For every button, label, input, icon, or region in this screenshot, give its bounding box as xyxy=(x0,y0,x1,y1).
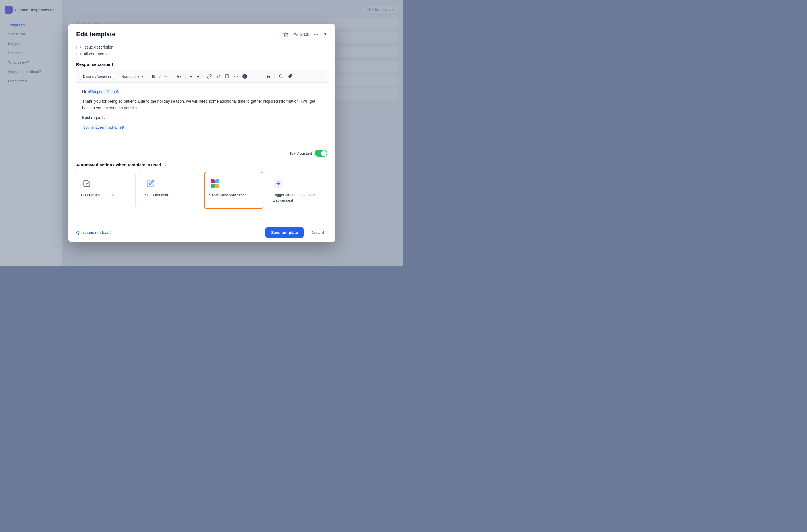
svg-line-9 xyxy=(282,77,283,78)
text-assistant-toggle[interactable] xyxy=(315,150,327,157)
editor-line-1: Hi @$reporterName$ xyxy=(82,88,322,95)
svg-point-2 xyxy=(316,34,316,35)
horizontal-rule-button[interactable]: — xyxy=(256,73,263,80)
code-button[interactable]: <> xyxy=(232,73,240,79)
chevron-down-icon: ▾ xyxy=(141,74,143,79)
italic-icon: I xyxy=(160,74,161,79)
text-color-button[interactable]: A ▾ xyxy=(175,73,183,80)
insert-button[interactable]: + ▾ xyxy=(264,73,272,80)
change-ticket-label: Change ticket status xyxy=(81,192,131,197)
mention-button[interactable]: @ xyxy=(215,73,222,80)
more-button[interactable] xyxy=(313,32,318,37)
text-assistant-row: Text Assistant xyxy=(76,150,327,157)
save-template-button[interactable]: Save template xyxy=(265,227,304,238)
set-ticket-field-icon xyxy=(145,178,156,189)
toolbar-separator xyxy=(172,74,172,79)
bolt-icon xyxy=(276,180,281,186)
bold-icon: B xyxy=(152,74,155,79)
hr-icon: — xyxy=(258,74,262,79)
toolbar-separator xyxy=(185,74,186,79)
close-icon: ✕ xyxy=(323,31,327,37)
slack-icon-green xyxy=(210,184,215,188)
bold-button[interactable]: B xyxy=(150,73,157,80)
jira-icon-container xyxy=(273,178,284,189)
modal-overlay: Edit template Stats xyxy=(0,0,403,266)
bolt-icon-wrap xyxy=(274,179,283,188)
toolbar-separator xyxy=(148,74,148,79)
reporter-name-var: @$reporterName$ xyxy=(87,89,120,94)
quote-icon: " xyxy=(252,74,253,79)
discard-button[interactable]: Discard xyxy=(307,227,327,238)
more-formatting-button[interactable]: ··· xyxy=(163,73,170,80)
table-button[interactable] xyxy=(223,73,231,80)
star-icon xyxy=(283,32,289,37)
stats-icon xyxy=(293,32,298,37)
change-ticket-icon xyxy=(81,178,92,189)
link-icon xyxy=(207,74,212,79)
modal-header-actions: Stats ✕ xyxy=(283,31,327,37)
link-button[interactable] xyxy=(205,73,214,80)
numbered-list-icon: ≡ xyxy=(197,74,199,79)
bullet-list-button[interactable]: ≡ xyxy=(188,73,194,80)
modal-body: Issue description All comments Response … xyxy=(68,43,335,222)
send-slack-notification-label: Send Slack notification xyxy=(209,193,258,198)
action-card-change-ticket-status[interactable]: Change ticket status xyxy=(76,172,135,209)
editor-toolbar: Dynamic Variables Normal text ▾ B I ··· xyxy=(76,71,327,82)
footer-actions: Save template Discard xyxy=(265,227,327,238)
editor-line-2: Thank you for being so patient. Due to t… xyxy=(82,98,322,111)
radio-all-comments-input[interactable] xyxy=(76,52,81,56)
star-button[interactable] xyxy=(283,32,289,37)
italic-button[interactable]: I xyxy=(158,73,162,80)
chevron-down-icon: ▾ xyxy=(269,74,271,79)
slack-icon-container xyxy=(209,178,220,189)
more-formatting-icon: ··· xyxy=(165,74,168,79)
slack-icon-red xyxy=(210,179,215,184)
bullet-list-icon: ≡ xyxy=(189,74,192,79)
text-color-icon: A xyxy=(177,74,179,79)
questions-link[interactable]: Questions or ideas? xyxy=(76,230,112,235)
current-user-var: $currentUserFirstName$ xyxy=(82,125,125,130)
dynamic-variables-button[interactable]: Dynamic Variables xyxy=(80,73,114,80)
modal-title: Edit template xyxy=(76,31,115,38)
numbered-list-button[interactable]: ≡ xyxy=(195,73,201,80)
code-icon: <> xyxy=(234,74,238,78)
svg-point-8 xyxy=(279,75,282,78)
modal-footer: Questions or ideas? Save template Discar… xyxy=(68,223,335,242)
radio-issue-description-input[interactable] xyxy=(76,45,81,50)
slack-icon-yellow xyxy=(215,184,219,188)
editor-content[interactable]: Hi @$reporterName$ Thank you for being s… xyxy=(76,82,327,145)
svg-point-1 xyxy=(314,34,315,35)
info-icon: i xyxy=(242,74,247,79)
action-card-trigger-jira[interactable]: Trigger Jira automation or web-request xyxy=(268,172,327,209)
info-button[interactable]: i xyxy=(241,73,249,80)
stats-button[interactable]: Stats xyxy=(293,32,309,37)
radio-issue-description[interactable]: Issue description xyxy=(76,45,327,50)
editor-container: Dynamic Variables Normal text ▾ B I ··· xyxy=(76,70,327,145)
insert-icon: + xyxy=(266,74,269,79)
attachment-icon xyxy=(288,74,292,79)
action-card-set-ticket-field[interactable]: Set ticket field xyxy=(140,172,200,209)
action-card-send-slack-notification[interactable]: Send Slack notification xyxy=(204,172,263,209)
search-button[interactable] xyxy=(277,73,285,80)
pencil-icon xyxy=(147,179,154,187)
radio-all-comments[interactable]: All comments xyxy=(76,52,327,56)
attachment-button[interactable] xyxy=(286,73,294,80)
radio-group: Issue description All comments xyxy=(76,43,327,56)
toggle-knob xyxy=(321,150,327,156)
response-content-title: Response content xyxy=(76,62,327,67)
search-icon xyxy=(279,74,283,79)
table-icon xyxy=(225,74,229,79)
ticket-status-icon xyxy=(83,179,91,187)
editor-line-4: $currentUserFirstName$ xyxy=(82,124,322,131)
svg-marker-0 xyxy=(284,32,288,36)
editor-line-3: Best regards, xyxy=(82,114,322,121)
text-format-button[interactable]: Normal text ▾ xyxy=(119,73,145,80)
modal-header: Edit template Stats xyxy=(68,24,335,43)
edit-template-modal: Edit template Stats xyxy=(68,24,335,242)
text-assistant-label: Text Assistant xyxy=(290,151,312,156)
trigger-jira-label: Trigger Jira automation or web-request xyxy=(273,192,323,203)
close-button[interactable]: ✕ xyxy=(323,31,327,37)
set-ticket-field-label: Set ticket field xyxy=(145,192,195,197)
action-cards: Change ticket status Set ticket field xyxy=(76,172,327,209)
quote-button[interactable]: " xyxy=(250,73,255,80)
